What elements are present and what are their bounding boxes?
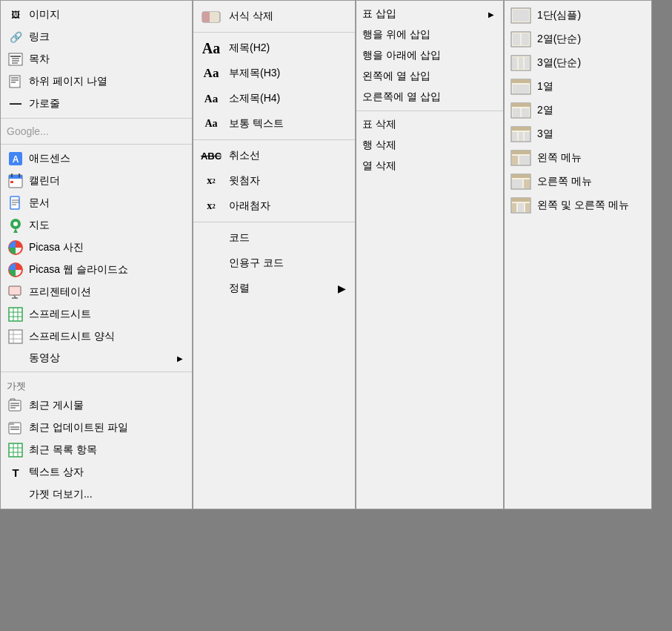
layout-2col[interactable]: 2열: [505, 99, 651, 122]
format-item-h2[interactable]: Aa 제목(H2): [193, 36, 355, 61]
menu-item-link[interactable]: 🔗 링크: [1, 26, 192, 48]
table-sep: [356, 110, 503, 111]
format-label-superscript: 윗첨자: [229, 174, 346, 188]
image-icon: 🖼: [7, 7, 24, 22]
menu-item-subpage[interactable]: 하위 페이지 나열: [1, 70, 192, 93]
layout-2col-icon: [510, 102, 531, 119]
layout-1col[interactable]: 1열: [505, 75, 651, 99]
menu-item-text-box[interactable]: T 텍스트 상자: [1, 461, 192, 483]
format-item-h3[interactable]: Aa 부제목(H3): [193, 61, 355, 86]
menu-item-hrule[interactable]: — 가로줄: [1, 93, 192, 115]
table-menu-delete-row[interactable]: 행 삭제: [356, 135, 503, 156]
svg-rect-34: [9, 330, 22, 343]
menu-item-spreadsheet[interactable]: 스프레드시트: [1, 303, 192, 326]
svg-rect-0: [9, 53, 22, 65]
format-item-normal[interactable]: Aa 보통 텍스트: [193, 111, 355, 136]
blockquote-icon: [199, 254, 223, 272]
format-item-superscript[interactable]: x2 윗첨자: [193, 168, 355, 194]
table-menu-col-left[interactable]: 왼쪽에 열 삽입: [356, 66, 503, 87]
layout-3col-icon: [510, 126, 531, 142]
table-menu-insert[interactable]: 표 삽입 ▶: [356, 4, 503, 24]
maps-icon: [7, 218, 24, 233]
svg-rect-66: [511, 103, 530, 107]
layout-both-menu[interactable]: 왼쪽 및 오른쪽 메뉴: [505, 194, 651, 217]
format-item-h4[interactable]: Aa 소제목(H4): [193, 86, 355, 111]
menu-label-more-gadgets: 가젯 더보기...: [29, 488, 183, 501]
layout-3col-simple-icon: [510, 55, 531, 71]
menu-label-video: 동영상: [29, 351, 171, 365]
menu-label-toc: 목차: [29, 53, 183, 66]
layout-left-menu[interactable]: 왼쪽 메뉴: [505, 146, 651, 170]
menu-item-recent-files[interactable]: 최근 업데이트된 파일: [1, 417, 192, 439]
svg-rect-75: [511, 151, 530, 154]
menu-label-image: 이미지: [29, 8, 183, 22]
svg-rect-70: [511, 127, 530, 131]
layout-3col[interactable]: 3열: [505, 122, 651, 146]
table-layout-menu: 1단(심플) 2열(단순) 3열(단순): [504, 0, 652, 509]
menu-item-picasa[interactable]: Picasa 사진: [1, 237, 192, 259]
table-menu-col-right[interactable]: 오른쪽에 열 삽입: [356, 87, 503, 108]
normal-icon: Aa: [199, 115, 223, 133]
format-label-h4: 소제목(H4): [229, 92, 346, 105]
h2-icon: Aa: [199, 39, 223, 57]
format-label-normal: 보통 텍스트: [229, 117, 346, 131]
menu-item-docs[interactable]: 문서: [1, 192, 192, 214]
menu-item-adsense[interactable]: A 애드센스: [1, 148, 192, 170]
table-col-left-label: 왼쪽에 열 삽입: [362, 70, 430, 83]
format-item-blockquote[interactable]: 인용구 코드: [193, 251, 355, 276]
table-menu-row-above[interactable]: 행을 위에 삽입: [356, 24, 503, 45]
menu-item-toc[interactable]: 목차: [1, 48, 192, 70]
layout-right-menu[interactable]: 오른쪽 메뉴: [505, 170, 651, 194]
format-item-subscript[interactable]: x2 아래첨자: [193, 194, 355, 219]
layout-1col-simple[interactable]: 1단(심플): [505, 4, 651, 27]
svg-rect-12: [9, 175, 22, 179]
format-item-strikethrough[interactable]: ABC 취소선: [193, 143, 355, 168]
menu-item-video[interactable]: 동영상 ▶: [1, 348, 192, 369]
svg-rect-67: [513, 108, 520, 117]
link-icon: 🔗: [7, 30, 24, 44]
svg-rect-60: [519, 57, 523, 69]
align-icon: [199, 280, 223, 297]
format-item-code[interactable]: 코드: [193, 225, 355, 251]
format-item-delete[interactable]: 서식 삭제: [193, 4, 355, 29]
format-label-blockquote: 인용구 코드: [229, 257, 346, 270]
google-placeholder: Google...: [1, 122, 192, 141]
insert-menu: 🖼 이미지 🔗 링크 목차: [0, 0, 193, 509]
docs-icon: [7, 196, 24, 211]
menu-item-picasa-slides[interactable]: Picasa 웹 슬라이드쇼: [1, 259, 192, 281]
menu-label-text-box: 텍스트 상자: [29, 466, 183, 479]
spreadsheet-icon: [7, 307, 24, 322]
menu-label-recent-files: 최근 업데이트된 파일: [29, 421, 183, 435]
menu-item-image[interactable]: 🖼 이미지: [1, 4, 192, 26]
menu-label-picasa-slides: Picasa 웹 슬라이드쇼: [29, 263, 183, 277]
menu-item-recent-posts[interactable]: 최근 게시물: [1, 394, 192, 417]
layout-2col-simple[interactable]: 2열(단순): [505, 27, 651, 51]
table-menu-delete-table[interactable]: 표 삭제: [356, 114, 503, 135]
menu-item-maps[interactable]: 지도: [1, 214, 192, 237]
svg-rect-83: [511, 198, 530, 202]
menu-item-more-gadgets[interactable]: 가젯 더보기...: [1, 483, 192, 506]
more-gadgets-icon: [7, 487, 24, 502]
subpage-icon: [7, 74, 24, 89]
menu-item-spreadsheet-form[interactable]: 스프레드시트 양식: [1, 326, 192, 348]
presentation-icon: [7, 285, 24, 300]
menu-item-calendar[interactable]: 캘린더: [1, 170, 192, 192]
format-item-align[interactable]: 정렬 ▶: [193, 276, 355, 301]
align-submenu-arrow: ▶: [338, 283, 346, 294]
menu-item-recent-list[interactable]: 최근 목록 항목: [1, 439, 192, 461]
recent-list-icon: [7, 443, 24, 457]
menu-item-presentation[interactable]: 프리젠테이션: [1, 281, 192, 303]
table-menu-delete-col[interactable]: 열 삭제: [356, 156, 503, 176]
svg-rect-84: [512, 203, 516, 212]
svg-rect-45: [9, 443, 22, 457]
layout-1col-simple-label: 1단(심플): [537, 9, 581, 22]
svg-rect-64: [513, 85, 529, 93]
separator-3: [1, 371, 192, 372]
table-menu-row-below[interactable]: 행을 아래에 삽입: [356, 45, 503, 66]
layout-3col-simple[interactable]: 3열(단순): [505, 51, 651, 75]
table-row-below-label: 행을 아래에 삽입: [362, 49, 441, 62]
svg-marker-22: [13, 228, 18, 233]
layout-3col-label: 3열: [537, 128, 553, 141]
menu-label-recent-posts: 최근 게시물: [29, 399, 183, 412]
svg-rect-86: [525, 203, 530, 212]
